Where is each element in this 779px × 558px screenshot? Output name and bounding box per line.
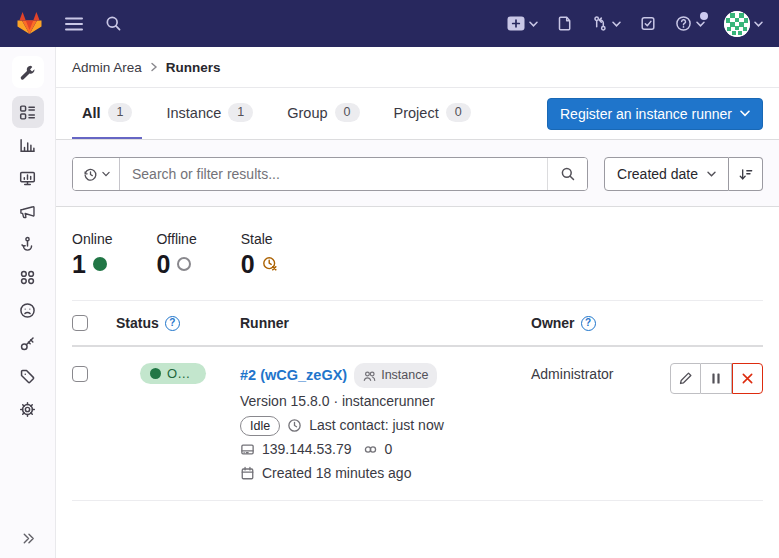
sidebar-item-analytics[interactable] xyxy=(12,129,44,161)
chevron-down-icon xyxy=(707,171,716,177)
runner-job-count: 0 xyxy=(385,439,393,460)
breadcrumb-runners[interactable]: Runners xyxy=(166,60,221,75)
calendar-icon xyxy=(240,466,255,481)
todo-icon[interactable] xyxy=(640,15,656,32)
register-instance-runner-button[interactable]: Register an instance runner xyxy=(547,98,763,130)
gitlab-admin-runners-page: Admin Area Runners All 1 Instance 1 Grou… xyxy=(0,0,779,558)
status-help-icon[interactable]: ? xyxy=(165,316,180,331)
stat-offline: Offline 0 xyxy=(156,231,196,278)
sidebar-item-applications[interactable] xyxy=(12,261,44,293)
stat-label: Online xyxy=(72,231,112,247)
users-icon xyxy=(363,370,376,382)
stat-value: 0 xyxy=(156,250,170,278)
sidebar-item-deploy-keys[interactable] xyxy=(12,327,44,359)
gitlab-logo[interactable] xyxy=(16,10,43,37)
pause-icon xyxy=(710,372,722,385)
user-menu[interactable] xyxy=(724,11,763,37)
online-dot-icon xyxy=(150,368,161,379)
sidebar-item-messages[interactable] xyxy=(12,195,44,227)
tab-instance[interactable]: Instance 1 xyxy=(156,88,263,139)
hamburger-menu-icon[interactable] xyxy=(65,17,83,31)
filter-bar: Created date xyxy=(56,140,779,207)
tab-label: Group xyxy=(287,105,327,121)
stat-label: Stale xyxy=(241,231,278,247)
runner-status-badge: Online xyxy=(140,363,206,384)
merge-request-icon xyxy=(592,15,608,32)
delete-runner-button[interactable] xyxy=(732,363,763,394)
clock-icon xyxy=(287,418,302,433)
admin-sidebar xyxy=(0,47,56,558)
search-submit-button[interactable] xyxy=(547,158,587,190)
runner-type-badge: Instance xyxy=(354,363,437,388)
online-status-icon xyxy=(93,257,107,271)
labels-icon xyxy=(19,368,36,385)
tab-count-badge: 0 xyxy=(446,103,471,122)
sort-direction-button[interactable] xyxy=(729,157,763,191)
sidebar-item-monitoring[interactable] xyxy=(12,162,44,194)
runners-table: Status ? Runner Owner ? xyxy=(72,300,763,501)
tab-count-badge: 1 xyxy=(228,103,253,122)
status-badge-label: Online xyxy=(167,366,196,381)
chevron-down-icon xyxy=(740,110,750,117)
close-icon xyxy=(741,372,754,385)
tab-count-badge: 0 xyxy=(335,103,360,122)
merge-request-menu[interactable] xyxy=(592,15,621,32)
runner-link[interactable]: #2 (wCG_zeGX) xyxy=(240,365,347,386)
breadcrumb-admin-area[interactable]: Admin Area xyxy=(72,60,142,75)
monitor-icon xyxy=(19,170,36,187)
sidebar-item-admin-wrench[interactable] xyxy=(12,56,44,88)
chevron-double-right-icon xyxy=(21,531,36,546)
tab-group[interactable]: Group 0 xyxy=(277,88,369,139)
notification-dot xyxy=(700,12,708,20)
stat-value: 1 xyxy=(72,250,86,278)
help-icon xyxy=(675,15,692,32)
runner-version-line: Version 15.8.0 · instancerunner xyxy=(240,391,531,412)
sidebar-item-abuse-reports[interactable] xyxy=(12,294,44,326)
edit-runner-button[interactable] xyxy=(670,363,701,394)
sidebar-expand-toggle[interactable] xyxy=(0,531,56,546)
sidebar-item-overview[interactable] xyxy=(12,96,44,128)
column-header-owner: Owner xyxy=(531,315,575,331)
settings-icon xyxy=(19,401,36,418)
chevron-down-icon xyxy=(612,21,621,27)
chevron-right-icon xyxy=(150,62,158,72)
sidebar-item-labels[interactable] xyxy=(12,360,44,392)
register-button-label: Register an instance runner xyxy=(560,106,732,122)
analytics-icon xyxy=(19,137,36,154)
search-icon xyxy=(560,166,576,182)
history-icon xyxy=(83,167,98,182)
row-checkbox[interactable] xyxy=(72,366,88,382)
new-plus-menu[interactable] xyxy=(507,16,538,31)
stat-online: Online 1 xyxy=(72,231,112,278)
tab-label: Instance xyxy=(166,105,221,121)
tab-label: All xyxy=(82,105,101,121)
search-icon[interactable] xyxy=(105,15,122,32)
select-all-checkbox[interactable] xyxy=(72,315,88,331)
hook-icon xyxy=(19,236,36,253)
runner-created-text: Created 18 minutes ago xyxy=(262,463,411,484)
filter-history-dropdown[interactable] xyxy=(73,158,120,190)
runner-summary-cell: #2 (wCG_zeGX) Instance xyxy=(236,363,531,484)
issues-icon[interactable] xyxy=(557,15,573,32)
runner-status-stats: Online 1 Offline 0 Stale 0 xyxy=(56,207,779,300)
sidebar-item-system-hooks[interactable] xyxy=(12,228,44,260)
sort-by-dropdown[interactable]: Created date xyxy=(604,157,729,191)
tab-project[interactable]: Project 0 xyxy=(384,88,481,139)
search-filter-group xyxy=(72,157,588,191)
column-header-runner: Runner xyxy=(240,315,289,331)
help-menu[interactable] xyxy=(675,15,705,32)
stat-value: 0 xyxy=(241,250,255,278)
runner-table-row: Online #2 (wCG_zeGX) xyxy=(72,347,763,501)
sidebar-item-settings[interactable] xyxy=(12,393,44,425)
abuse-reports-icon xyxy=(19,302,36,319)
link-icon xyxy=(363,442,378,457)
owner-help-icon[interactable]: ? xyxy=(581,316,596,331)
overview-icon xyxy=(19,104,36,121)
sort-by-label: Created date xyxy=(617,166,698,182)
pause-runner-button[interactable] xyxy=(701,363,732,394)
tab-label: Project xyxy=(394,105,439,121)
runner-owner[interactable]: Administrator xyxy=(531,363,671,382)
search-input[interactable] xyxy=(120,158,547,190)
runner-ip-address: 139.144.53.79 xyxy=(262,439,352,460)
tab-all[interactable]: All 1 xyxy=(72,88,142,139)
